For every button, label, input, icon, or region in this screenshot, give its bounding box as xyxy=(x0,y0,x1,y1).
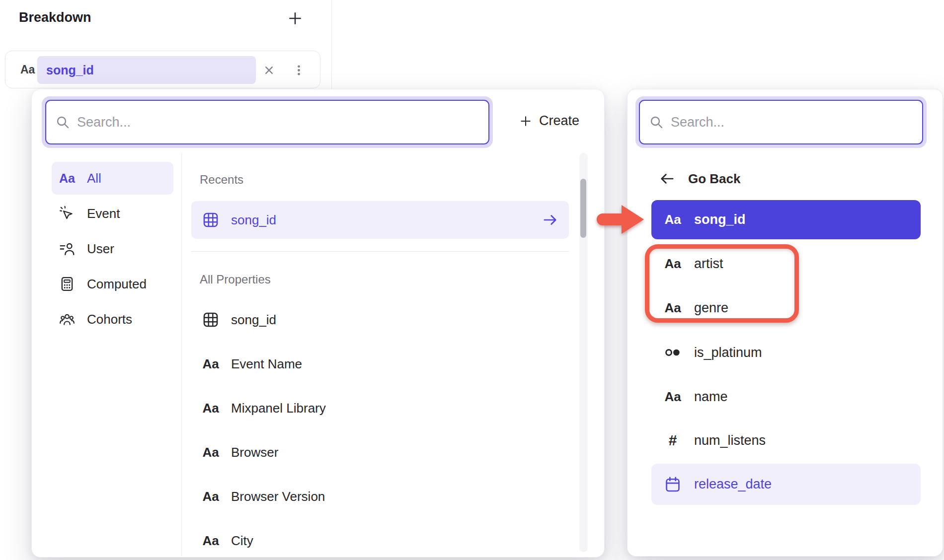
boolean-type-icon xyxy=(664,344,681,361)
event-cursor-icon xyxy=(59,206,75,221)
nested-item-label: name xyxy=(694,389,728,405)
go-back-label: Go Back xyxy=(688,171,741,187)
search-box[interactable] xyxy=(45,100,489,144)
nested-item-is-platinum[interactable]: is_platinum xyxy=(651,334,921,371)
breakdown-property-label: song_id xyxy=(46,63,94,77)
search-input[interactable] xyxy=(671,115,913,130)
nested-item-label: song_id xyxy=(694,212,746,227)
back-arrow-icon xyxy=(659,171,675,187)
nested-item-label: genre xyxy=(694,300,728,316)
property-row-browser-version[interactable]: Aa Browser Version xyxy=(191,478,569,515)
nested-item-artist[interactable]: Aa artist xyxy=(651,245,921,282)
plus-icon xyxy=(287,10,303,26)
category-label: Cohorts xyxy=(87,312,132,327)
property-picker-dropdown: Create Aa All Event User Computed Cohort… xyxy=(31,89,605,558)
nested-item-num-listens[interactable]: # num_listens xyxy=(651,422,921,459)
nested-item-song-id[interactable]: Aa song_id xyxy=(651,200,921,239)
property-row-song-id[interactable]: song_id xyxy=(191,301,569,338)
scrollbar-thumb[interactable] xyxy=(580,179,586,238)
search-icon xyxy=(55,115,70,130)
screenshot-canvas: Breakdown Aa song_id Create Aa xyxy=(0,0,944,560)
property-label: song_id xyxy=(231,312,276,328)
category-tab-cohorts[interactable]: Cohorts xyxy=(52,303,173,336)
category-tab-computed[interactable]: Computed xyxy=(52,268,173,300)
property-label: Mixpanel Library xyxy=(231,401,326,416)
nested-item-release-date[interactable]: release_date xyxy=(651,464,921,505)
property-row-mixpanel-library[interactable]: Aa Mixpanel Library xyxy=(191,390,569,426)
nested-item-genre[interactable]: Aa genre xyxy=(651,289,921,326)
property-label: Browser xyxy=(231,445,278,460)
search-box[interactable] xyxy=(639,100,923,144)
text-type-icon: Aa xyxy=(202,489,219,504)
calculator-icon xyxy=(59,276,75,292)
user-profile-icon xyxy=(59,241,75,257)
property-label: Event Name xyxy=(231,356,302,372)
category-label: Computed xyxy=(87,277,147,292)
text-type-icon: Aa xyxy=(202,401,219,416)
breakdown-chip: Aa song_id xyxy=(5,51,320,88)
property-label: Browser Version xyxy=(231,489,325,504)
add-breakdown-button[interactable] xyxy=(283,6,307,30)
create-button-label: Create xyxy=(539,113,579,129)
text-type-icon: Aa xyxy=(664,256,681,272)
search-input[interactable] xyxy=(77,115,479,130)
text-type-icon: Aa xyxy=(20,51,35,88)
property-label: City xyxy=(231,533,253,549)
property-row-city[interactable]: Aa City xyxy=(191,522,569,559)
category-label: User xyxy=(87,241,114,257)
calendar-icon xyxy=(664,476,681,493)
page-title: Breakdown xyxy=(19,10,91,25)
all-properties-list: song_id Aa Event Name Aa Mixpanel Librar… xyxy=(191,301,569,559)
search-field-focus-ring xyxy=(42,96,493,148)
category-tab-user[interactable]: User xyxy=(52,232,173,265)
scrollbar[interactable] xyxy=(579,153,588,552)
sidebar-divider xyxy=(181,153,182,557)
breakdown-property-pill[interactable]: song_id xyxy=(37,56,256,84)
number-type-icon: # xyxy=(664,432,681,449)
grid-table-icon xyxy=(202,311,219,328)
panel-right-border xyxy=(331,0,332,89)
nested-item-name[interactable]: Aa name xyxy=(651,378,921,415)
property-label: song_id xyxy=(231,212,276,228)
property-row-browser[interactable]: Aa Browser xyxy=(191,434,569,471)
category-tab-event[interactable]: Event xyxy=(52,197,173,230)
text-type-icon: Aa xyxy=(202,445,219,460)
category-label: Event xyxy=(87,206,120,221)
nested-property-dropdown: Go Back Aa song_id Aa artist Aa genre is… xyxy=(627,89,943,557)
text-type-icon: Aa xyxy=(664,389,681,405)
text-type-icon: Aa xyxy=(664,300,681,316)
grid-table-icon xyxy=(202,211,219,228)
nested-item-label: is_platinum xyxy=(694,345,762,360)
create-property-button[interactable]: Create xyxy=(519,113,579,129)
property-list: Recents song_id All Properties song_id A… xyxy=(191,153,569,559)
text-type-icon: Aa xyxy=(202,356,219,372)
drill-in-arrow-icon[interactable] xyxy=(542,212,558,228)
all-properties-header: All Properties xyxy=(200,273,569,286)
section-divider xyxy=(191,251,569,252)
recents-header: Recents xyxy=(200,173,569,187)
text-type-icon: Aa xyxy=(664,212,681,227)
search-field-focus-ring xyxy=(635,96,927,148)
text-type-icon: Aa xyxy=(202,533,219,549)
recent-property-song-id[interactable]: song_id xyxy=(191,201,569,239)
go-back-button[interactable]: Go Back xyxy=(659,168,741,190)
property-row-event-name[interactable]: Aa Event Name xyxy=(191,346,569,382)
people-group-icon xyxy=(59,311,75,327)
nested-item-label: artist xyxy=(694,256,723,272)
plus-icon xyxy=(519,115,532,128)
close-icon xyxy=(262,64,276,77)
category-label: All xyxy=(87,171,101,186)
remove-breakdown-button[interactable] xyxy=(258,59,280,81)
kebab-menu-icon xyxy=(292,64,306,77)
text-type-icon: Aa xyxy=(59,171,75,186)
category-tab-all[interactable]: Aa All xyxy=(52,162,173,195)
search-icon xyxy=(649,115,664,130)
breakdown-options-button[interactable] xyxy=(288,59,310,81)
nested-item-label: release_date xyxy=(694,477,772,492)
nested-item-label: num_listens xyxy=(694,433,766,448)
category-sidebar: Aa All Event User Computed Cohorts xyxy=(52,162,173,338)
